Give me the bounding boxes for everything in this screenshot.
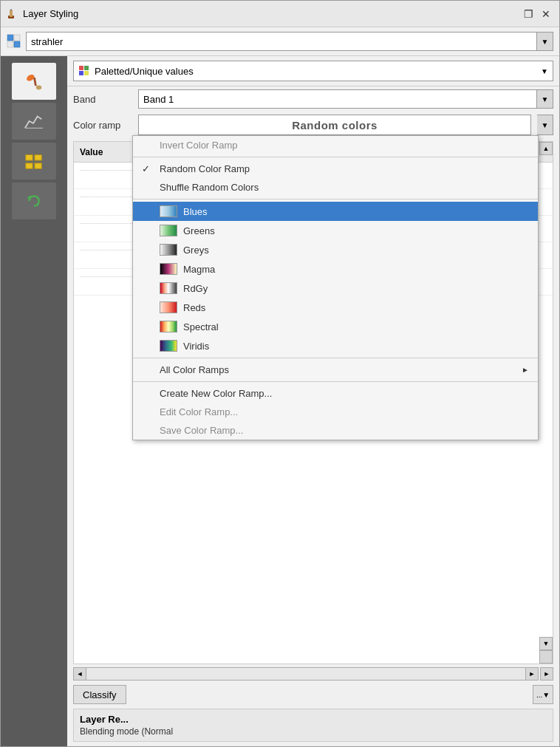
- classify-button[interactable]: Classify: [73, 685, 126, 704]
- menu-greens-label: Greens: [183, 225, 215, 236]
- layer-dropdown-arrow[interactable]: ▼: [536, 33, 553, 50]
- nav-right-button[interactable]: ►: [540, 667, 553, 681]
- menu-invert[interactable]: Invert Color Ramp: [133, 136, 538, 154]
- sidebar-tab-histogram[interactable]: [12, 103, 56, 140]
- layer-dropdown[interactable]: strahler ▼: [26, 32, 553, 51]
- renderer-icon: [78, 65, 90, 77]
- svg-rect-3: [7, 35, 13, 41]
- paintbrush-icon: [7, 8, 18, 20]
- histogram-icon: [24, 111, 44, 132]
- menu-edit-label: Edit Color Ramp...: [160, 406, 238, 417]
- band-row: Band Band 1 ▼: [67, 86, 559, 112]
- svg-rect-4: [14, 35, 20, 41]
- menu-reds[interactable]: Reds: [133, 298, 538, 317]
- band-dropdown-arrow[interactable]: ▼: [536, 90, 553, 108]
- band-value: Band 1: [139, 94, 536, 105]
- menu-save-ramp[interactable]: Save Color Ramp...: [133, 421, 538, 440]
- close-button[interactable]: ✕: [539, 7, 553, 21]
- symbology-icon: [24, 151, 44, 171]
- menu-random-color-ramp[interactable]: ✓ Random Color Ramp: [133, 160, 538, 178]
- svg-rect-5: [7, 41, 13, 47]
- color-ramp-arrow[interactable]: ▼: [537, 115, 553, 135]
- title-buttons: ❐ ✕: [521, 7, 553, 21]
- title-bar: Layer Styling ❐ ✕: [1, 1, 559, 27]
- h-scrollbar-track[interactable]: [86, 667, 525, 681]
- classify-row: Classify ...▼: [67, 681, 559, 709]
- menu-shuffle[interactable]: Shuffle Random Colors: [133, 178, 538, 197]
- menu-separator-1: [133, 157, 538, 157]
- sidebar-tab-paint[interactable]: [12, 63, 56, 100]
- svg-rect-2: [10, 9, 12, 11]
- menu-greys-label: Greys: [183, 245, 209, 256]
- menu-create-label: Create New Color Ramp...: [160, 388, 272, 399]
- scroll-down-button[interactable]: ▼: [539, 637, 553, 650]
- spectral-swatch: [160, 321, 177, 332]
- more-options-button[interactable]: ...▼: [533, 685, 553, 704]
- menu-viridis[interactable]: Viridis: [133, 336, 538, 355]
- svg-rect-6: [14, 41, 20, 47]
- svg-rect-17: [84, 66, 89, 70]
- scroll-up-button[interactable]: ▲: [539, 142, 553, 155]
- renderer-dropdown[interactable]: Paletted/Unique values ▼: [73, 61, 553, 81]
- checkmark-icon: ✓: [142, 163, 154, 174]
- menu-save-label: Save Color Ramp...: [160, 425, 243, 436]
- menu-separator-4: [133, 381, 538, 382]
- menu-edit-ramp[interactable]: Edit Color Ramp...: [133, 403, 538, 421]
- layer-value: strahler: [27, 36, 536, 47]
- renderer-row: Paletted/Unique values ▼: [67, 56, 559, 86]
- menu-spectral[interactable]: Spectral: [133, 317, 538, 336]
- menu-separator-3: [133, 358, 538, 358]
- svg-rect-11: [26, 155, 33, 160]
- menu-rdgy-label: RdGy: [183, 283, 208, 294]
- menu-greys[interactable]: Greys: [133, 240, 538, 259]
- menu-greens[interactable]: Greens: [133, 221, 538, 240]
- menu-separator-2: [133, 199, 538, 199]
- main-panel: Paletted/Unique values ▼ Band Band 1 ▼ C…: [67, 56, 559, 746]
- band-dropdown[interactable]: Band 1 ▼: [138, 89, 553, 109]
- svg-rect-13: [26, 163, 33, 168]
- layer-styling-window: Layer Styling ❐ ✕ strahler ▼: [0, 0, 560, 747]
- paint-icon: [24, 71, 44, 92]
- svg-rect-16: [79, 66, 83, 70]
- menu-magma-label: Magma: [183, 264, 215, 275]
- layer-selection-row: strahler ▼: [1, 27, 559, 56]
- sidebar: [1, 56, 67, 746]
- menu-viridis-label: Viridis: [183, 341, 209, 352]
- color-ramp-menu: Invert Color Ramp ✓ Random Color Ramp Sh…: [132, 135, 539, 440]
- svg-rect-8: [33, 78, 37, 86]
- reds-swatch: [160, 301, 177, 313]
- sidebar-tab-symbology[interactable]: [12, 143, 56, 180]
- menu-shuffle-label: Shuffle Random Colors: [160, 182, 259, 193]
- layer-rendering-title: Layer Re...: [80, 714, 547, 725]
- color-ramp-dropdown[interactable]: Random colors: [138, 115, 531, 135]
- scroll-right-button[interactable]: ►: [525, 667, 539, 681]
- layer-icon: [7, 34, 21, 49]
- svg-rect-12: [35, 155, 41, 160]
- sidebar-tab-undo[interactable]: [12, 183, 56, 219]
- undo-icon: [24, 191, 44, 211]
- menu-spectral-label: Spectral: [183, 321, 219, 332]
- svg-rect-18: [79, 71, 83, 75]
- svg-rect-14: [35, 163, 41, 168]
- svg-rect-19: [84, 71, 89, 75]
- menu-blues[interactable]: Blues: [133, 202, 538, 221]
- greens-swatch: [160, 225, 177, 236]
- blues-swatch: [160, 205, 177, 217]
- menu-blues-label: Blues: [183, 206, 208, 217]
- menu-invert-label: Invert Color Ramp: [160, 140, 237, 151]
- horizontal-scroll: ◄ ► ►: [73, 667, 553, 681]
- scroll-corner: [539, 650, 553, 664]
- rdgy-swatch: [160, 282, 177, 294]
- menu-magma[interactable]: Magma: [133, 259, 538, 279]
- greys-swatch: [160, 244, 177, 256]
- submenu-arrow-icon: ►: [522, 366, 529, 374]
- scroll-left-button[interactable]: ◄: [73, 667, 86, 681]
- restore-button[interactable]: ❐: [521, 7, 536, 21]
- menu-all-ramps[interactable]: All Color Ramps ►: [133, 361, 538, 379]
- menu-reds-label: Reds: [183, 302, 205, 313]
- menu-rdgy[interactable]: RdGy: [133, 279, 538, 298]
- svg-point-9: [36, 86, 41, 90]
- magma-swatch: [160, 263, 177, 275]
- menu-random-label: Random Color Ramp: [160, 163, 250, 174]
- menu-create-new[interactable]: Create New Color Ramp...: [133, 384, 538, 403]
